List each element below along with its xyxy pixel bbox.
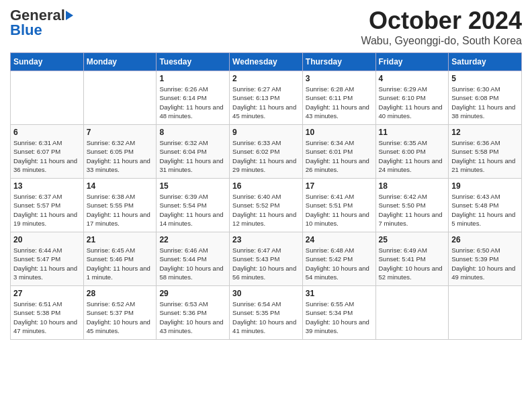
day-info: Sunrise: 6:44 AM Sunset: 5:47 PM Dayligh… [13, 246, 81, 281]
day-number: 6 [13, 128, 81, 137]
day-info: Sunrise: 6:45 AM Sunset: 5:46 PM Dayligh… [87, 246, 154, 281]
calendar-day-cell: 14Sunrise: 6:38 AM Sunset: 5:55 PM Dayli… [83, 179, 157, 232]
day-info: Sunrise: 6:27 AM Sunset: 6:13 PM Dayligh… [232, 85, 300, 120]
day-number: 26 [451, 235, 519, 244]
day-number: 19 [451, 181, 519, 191]
day-number: 13 [13, 181, 81, 191]
day-header-monday: Monday [83, 53, 157, 71]
day-number: 29 [159, 289, 226, 298]
day-number: 27 [13, 289, 81, 298]
calendar-day-cell: 18Sunrise: 6:42 AM Sunset: 5:50 PM Dayli… [375, 179, 449, 232]
day-number: 7 [87, 128, 154, 137]
calendar-week-row: 1Sunrise: 6:26 AM Sunset: 6:14 PM Daylig… [11, 71, 522, 125]
day-number: 28 [87, 289, 154, 298]
calendar-day-cell: 31Sunrise: 6:55 AM Sunset: 5:34 PM Dayli… [302, 286, 375, 340]
calendar-day-cell: 2Sunrise: 6:27 AM Sunset: 6:13 PM Daylig… [230, 71, 303, 125]
day-info: Sunrise: 6:52 AM Sunset: 5:37 PM Dayligh… [87, 300, 154, 335]
calendar-day-cell: 7Sunrise: 6:32 AM Sunset: 6:05 PM Daylig… [83, 125, 157, 179]
day-info: Sunrise: 6:31 AM Sunset: 6:07 PM Dayligh… [13, 138, 81, 174]
day-number: 21 [87, 235, 154, 244]
calendar-week-row: 6Sunrise: 6:31 AM Sunset: 6:07 PM Daylig… [11, 125, 522, 179]
day-info: Sunrise: 6:53 AM Sunset: 5:36 PM Dayligh… [159, 300, 226, 335]
day-number: 11 [379, 128, 446, 137]
day-number: 8 [159, 128, 226, 137]
day-info: Sunrise: 6:55 AM Sunset: 5:34 PM Dayligh… [306, 300, 373, 335]
calendar-day-cell [11, 71, 84, 125]
calendar-day-cell: 26Sunrise: 6:50 AM Sunset: 5:39 PM Dayli… [449, 232, 522, 286]
day-number: 24 [306, 235, 373, 244]
calendar-day-cell: 24Sunrise: 6:48 AM Sunset: 5:42 PM Dayli… [302, 232, 375, 286]
calendar-day-cell: 22Sunrise: 6:46 AM Sunset: 5:44 PM Dayli… [157, 232, 230, 286]
calendar-day-cell: 13Sunrise: 6:37 AM Sunset: 5:57 PM Dayli… [11, 179, 84, 232]
day-info: Sunrise: 6:28 AM Sunset: 6:11 PM Dayligh… [306, 85, 373, 120]
day-header-friday: Friday [375, 53, 449, 71]
calendar-day-cell: 29Sunrise: 6:53 AM Sunset: 5:36 PM Dayli… [157, 286, 230, 340]
day-number: 2 [232, 74, 300, 83]
day-number: 1 [159, 74, 226, 83]
calendar-day-cell: 11Sunrise: 6:35 AM Sunset: 6:00 PM Dayli… [375, 125, 449, 179]
day-number: 31 [306, 289, 373, 298]
day-info: Sunrise: 6:37 AM Sunset: 5:57 PM Dayligh… [13, 192, 81, 228]
page-header: General Blue October 2024 Wabu, Gyeonggi… [10, 7, 522, 47]
calendar-day-cell: 9Sunrise: 6:33 AM Sunset: 6:02 PM Daylig… [230, 125, 303, 179]
day-info: Sunrise: 6:32 AM Sunset: 6:04 PM Dayligh… [159, 138, 226, 174]
calendar-day-cell: 17Sunrise: 6:41 AM Sunset: 5:51 PM Dayli… [302, 179, 375, 232]
day-number: 18 [379, 181, 446, 191]
day-header-wednesday: Wednesday [230, 53, 303, 71]
day-number: 5 [451, 74, 519, 83]
day-number: 23 [232, 235, 300, 244]
day-header-saturday: Saturday [449, 53, 522, 71]
calendar-week-row: 27Sunrise: 6:51 AM Sunset: 5:38 PM Dayli… [11, 286, 522, 340]
calendar-day-cell: 5Sunrise: 6:30 AM Sunset: 6:08 PM Daylig… [449, 71, 522, 125]
month-title: October 2024 [361, 7, 522, 35]
logo: General Blue [10, 7, 73, 39]
location: Wabu, Gyeonggi-do, South Korea [361, 35, 522, 47]
calendar-day-cell: 10Sunrise: 6:34 AM Sunset: 6:01 PM Dayli… [302, 125, 375, 179]
calendar-day-cell: 16Sunrise: 6:40 AM Sunset: 5:52 PM Dayli… [230, 179, 303, 232]
day-number: 16 [232, 181, 300, 191]
calendar-table: SundayMondayTuesdayWednesdayThursdayFrid… [10, 52, 522, 340]
calendar-day-cell: 27Sunrise: 6:51 AM Sunset: 5:38 PM Dayli… [11, 286, 84, 340]
calendar-day-cell [375, 286, 449, 340]
calendar-week-row: 13Sunrise: 6:37 AM Sunset: 5:57 PM Dayli… [11, 179, 522, 232]
day-number: 30 [232, 289, 300, 298]
calendar-day-cell: 25Sunrise: 6:49 AM Sunset: 5:41 PM Dayli… [375, 232, 449, 286]
day-info: Sunrise: 6:51 AM Sunset: 5:38 PM Dayligh… [13, 300, 81, 335]
day-header-sunday: Sunday [11, 53, 84, 71]
day-info: Sunrise: 6:38 AM Sunset: 5:55 PM Dayligh… [87, 192, 154, 228]
day-info: Sunrise: 6:36 AM Sunset: 5:58 PM Dayligh… [451, 138, 519, 174]
day-info: Sunrise: 6:29 AM Sunset: 6:10 PM Dayligh… [379, 85, 446, 120]
calendar-week-row: 20Sunrise: 6:44 AM Sunset: 5:47 PM Dayli… [11, 232, 522, 286]
title-area: October 2024 Wabu, Gyeonggi-do, South Ko… [361, 7, 522, 47]
calendar-day-cell: 21Sunrise: 6:45 AM Sunset: 5:46 PM Dayli… [83, 232, 157, 286]
day-info: Sunrise: 6:26 AM Sunset: 6:14 PM Dayligh… [159, 85, 226, 120]
day-header-thursday: Thursday [302, 53, 375, 71]
calendar-day-cell: 15Sunrise: 6:39 AM Sunset: 5:54 PM Dayli… [157, 179, 230, 232]
day-number: 10 [306, 128, 373, 137]
calendar-day-cell: 8Sunrise: 6:32 AM Sunset: 6:04 PM Daylig… [157, 125, 230, 179]
calendar-day-cell: 30Sunrise: 6:54 AM Sunset: 5:35 PM Dayli… [230, 286, 303, 340]
day-info: Sunrise: 6:48 AM Sunset: 5:42 PM Dayligh… [306, 246, 373, 281]
calendar-day-cell [449, 286, 522, 340]
day-info: Sunrise: 6:41 AM Sunset: 5:51 PM Dayligh… [306, 192, 373, 228]
day-number: 3 [306, 74, 373, 83]
logo-blue-text: Blue [10, 21, 42, 39]
day-header-tuesday: Tuesday [157, 53, 230, 71]
day-info: Sunrise: 6:40 AM Sunset: 5:52 PM Dayligh… [232, 192, 300, 228]
logo-arrow-icon [66, 11, 73, 20]
day-number: 20 [13, 235, 81, 244]
day-info: Sunrise: 6:50 AM Sunset: 5:39 PM Dayligh… [451, 246, 519, 281]
calendar-day-cell: 28Sunrise: 6:52 AM Sunset: 5:37 PM Dayli… [83, 286, 157, 340]
day-number: 4 [379, 74, 446, 83]
day-number: 15 [159, 181, 226, 191]
calendar-day-cell: 12Sunrise: 6:36 AM Sunset: 5:58 PM Dayli… [449, 125, 522, 179]
day-info: Sunrise: 6:32 AM Sunset: 6:05 PM Dayligh… [87, 138, 154, 174]
day-info: Sunrise: 6:35 AM Sunset: 6:00 PM Dayligh… [379, 138, 446, 174]
day-number: 25 [379, 235, 446, 244]
day-info: Sunrise: 6:30 AM Sunset: 6:08 PM Dayligh… [451, 85, 519, 120]
day-info: Sunrise: 6:46 AM Sunset: 5:44 PM Dayligh… [159, 246, 226, 281]
calendar-day-cell: 19Sunrise: 6:43 AM Sunset: 5:48 PM Dayli… [449, 179, 522, 232]
day-info: Sunrise: 6:43 AM Sunset: 5:48 PM Dayligh… [451, 192, 519, 228]
calendar-day-cell [83, 71, 157, 125]
day-info: Sunrise: 6:34 AM Sunset: 6:01 PM Dayligh… [306, 138, 373, 174]
